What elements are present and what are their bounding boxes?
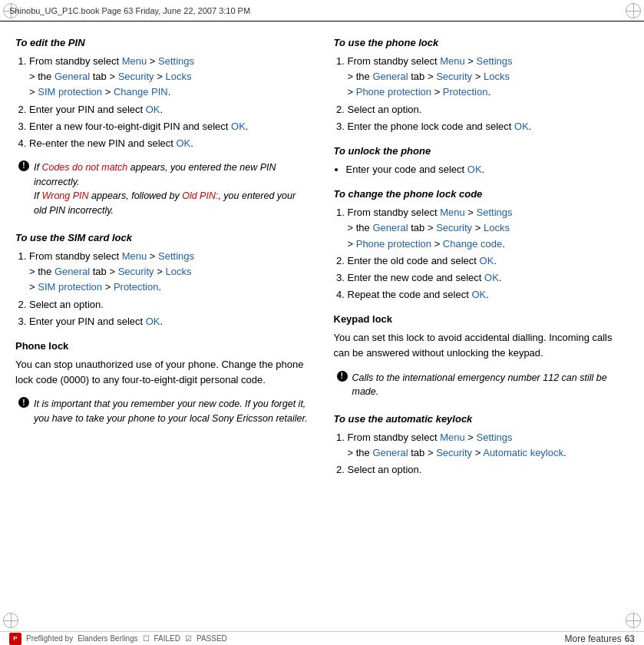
general-link-5[interactable]: General: [372, 447, 408, 458]
old-pin-link: Old PIN:: [182, 190, 218, 201]
auto-keylock-heading: To use the automatic keylock: [334, 412, 629, 427]
ok-link-5[interactable]: OK: [514, 121, 529, 132]
right-column: To use the phone lock From standby selec…: [334, 35, 629, 624]
locks-link-1[interactable]: Locks: [165, 71, 191, 82]
more-features-text: More features: [565, 633, 622, 644]
note-icon-2: !: [18, 397, 29, 408]
ok-link-8[interactable]: OK: [484, 272, 499, 283]
security-link-2[interactable]: Security: [118, 266, 154, 277]
menu-link-2[interactable]: Menu: [122, 250, 147, 262]
sim-card-lock-heading: To use the SIM card lock: [15, 230, 311, 246]
failed-label: FAILED: [154, 634, 180, 643]
locks-link-3[interactable]: Locks: [484, 71, 510, 82]
sim-lock-step-2: Select an option.: [29, 297, 311, 313]
phone-lock-use-heading: To use the phone lock: [334, 35, 629, 51]
header-bar: Shinobu_UG_P1C.book Page 63 Friday, June…: [0, 0, 644, 22]
menu-link-4[interactable]: Menu: [440, 207, 465, 218]
auto-keylock-steps: From standby select Menu > Settings > th…: [334, 430, 629, 478]
settings-link-4[interactable]: Settings: [477, 207, 513, 218]
check-box-failed: ☐: [143, 634, 150, 643]
passed-label: PASSED: [197, 634, 227, 643]
bottom-right: More features 63: [565, 633, 635, 644]
change-lock-step-1: From standby select Menu > Settings > th…: [348, 205, 629, 251]
sim-protection-link-1[interactable]: SIM protection: [38, 86, 102, 98]
settings-link-2[interactable]: Settings: [158, 250, 194, 262]
ok-link-4[interactable]: OK: [146, 316, 160, 327]
change-phone-lock-steps: From standby select Menu > Settings > th…: [334, 205, 629, 303]
sim-card-lock-steps: From standby select Menu > Settings > th…: [15, 249, 311, 329]
settings-link-5[interactable]: Settings: [477, 432, 513, 443]
locks-link-2[interactable]: Locks: [165, 266, 191, 277]
keypad-lock-body: You can set this lock to avoid accidenta…: [334, 330, 629, 361]
page-container: Shinobu_UG_P1C.book Page 63 Friday, June…: [0, 0, 644, 645]
change-code-link[interactable]: Change code: [443, 238, 502, 250]
auto-keylock-step-1: From standby select Menu > Settings > th…: [348, 430, 629, 461]
unlock-phone-item: Enter your code and select OK.: [346, 162, 629, 177]
security-link-3[interactable]: Security: [436, 71, 472, 82]
change-lock-step-2: Enter the old code and select OK.: [348, 253, 629, 269]
preflighted-logo-letter: P: [13, 635, 17, 642]
content-area: To edit the PIN From standby select Menu…: [0, 22, 644, 631]
edit-pin-step-1: From standby select Menu > Settings > th…: [29, 54, 311, 100]
left-column: To edit the PIN From standby select Menu…: [15, 35, 311, 624]
change-phone-lock-heading: To change the phone lock code: [334, 187, 629, 202]
change-lock-step-4: Repeat the code and select OK.: [348, 287, 629, 303]
check-box-passed: ☑: [185, 634, 192, 643]
keypad-note-text: Calls to the international emergency num…: [352, 372, 607, 398]
header-title: Shinobu_UG_P1C.book Page 63 Friday, June…: [9, 6, 250, 15]
phone-protection-link-2[interactable]: Phone protection: [356, 238, 431, 250]
keypad-lock-heading: Keypad lock: [334, 312, 629, 327]
two-column-layout: To edit the PIN From standby select Menu…: [0, 22, 644, 631]
edit-pin-step-2: Enter your PIN and select OK.: [29, 102, 311, 117]
edit-pin-heading: To edit the PIN: [15, 35, 311, 51]
phone-lock-note-text: It is important that you remember your n…: [34, 399, 308, 424]
codes-mismatch-link: Codes do not match: [41, 162, 127, 173]
edit-pin-steps: From standby select Menu > Settings > th…: [15, 54, 311, 151]
ok-link-3[interactable]: OK: [177, 137, 191, 149]
change-pin-link[interactable]: Change PIN: [114, 86, 168, 98]
phone-lock-body: You can stop unauthorized use of your ph…: [15, 357, 311, 388]
security-link-4[interactable]: Security: [436, 222, 472, 233]
pin-note-box: ! If Codes do not match appears, you ent…: [15, 157, 311, 221]
protection-link-1[interactable]: Protection: [114, 281, 159, 293]
ok-link-7[interactable]: OK: [480, 255, 494, 266]
auto-keylock-step-2: Select an option.: [348, 462, 629, 478]
security-link-1[interactable]: Security: [118, 71, 154, 82]
edit-pin-step-3: Enter a new four-to-eight-digit PIN and …: [29, 119, 311, 134]
unlock-phone-heading: To unlock the phone: [334, 144, 629, 159]
phone-lock-use-step-3: Enter the phone lock code and select OK.: [348, 119, 629, 134]
page-number: 63: [625, 633, 635, 644]
general-link-2[interactable]: General: [54, 266, 90, 277]
phone-lock-note-box: ! It is important that you remember your…: [15, 394, 311, 429]
locks-link-4[interactable]: Locks: [484, 222, 510, 233]
phone-protection-link-1[interactable]: Phone protection: [356, 86, 431, 98]
edit-pin-step-4: Re-enter the new PIN and select OK.: [29, 136, 311, 151]
menu-link-3[interactable]: Menu: [440, 55, 465, 67]
protection-link-2[interactable]: Protection: [443, 86, 488, 98]
note-icon-3: !: [337, 371, 348, 382]
unlock-phone-list: Enter your code and select OK.: [334, 162, 629, 177]
phone-lock-use-step-1: From standby select Menu > Settings > th…: [348, 54, 629, 100]
settings-link-1[interactable]: Settings: [158, 55, 194, 67]
general-link-4[interactable]: General: [372, 222, 408, 233]
ok-link-9[interactable]: OK: [471, 289, 486, 300]
general-link-3[interactable]: General: [372, 71, 408, 82]
sim-lock-step-1: From standby select Menu > Settings > th…: [29, 249, 311, 295]
ok-link-1[interactable]: OK: [146, 104, 160, 115]
preflighted-logo: P: [9, 633, 21, 645]
phone-lock-use-step-2: Select an option.: [348, 102, 629, 117]
automatic-keylock-link[interactable]: Automatic keylock: [483, 447, 563, 458]
bottom-left: P Preflighted by Elanders Berlings ☐ FAI…: [9, 633, 227, 645]
ok-link-2[interactable]: OK: [231, 121, 246, 132]
ok-link-6[interactable]: OK: [467, 164, 482, 175]
note-icon-1: !: [18, 160, 29, 171]
sim-protection-link-2[interactable]: SIM protection: [38, 281, 102, 293]
phone-lock-heading: Phone lock: [15, 339, 311, 354]
menu-link-5[interactable]: Menu: [440, 432, 465, 443]
settings-link-3[interactable]: Settings: [477, 55, 513, 67]
general-link-1[interactable]: General: [54, 71, 90, 82]
pin-note-text: If Codes do not match appears, you enter…: [34, 162, 296, 216]
menu-link-1[interactable]: Menu: [122, 55, 147, 67]
security-link-5[interactable]: Security: [436, 447, 472, 458]
change-lock-step-3: Enter the new code and select OK.: [348, 270, 629, 286]
